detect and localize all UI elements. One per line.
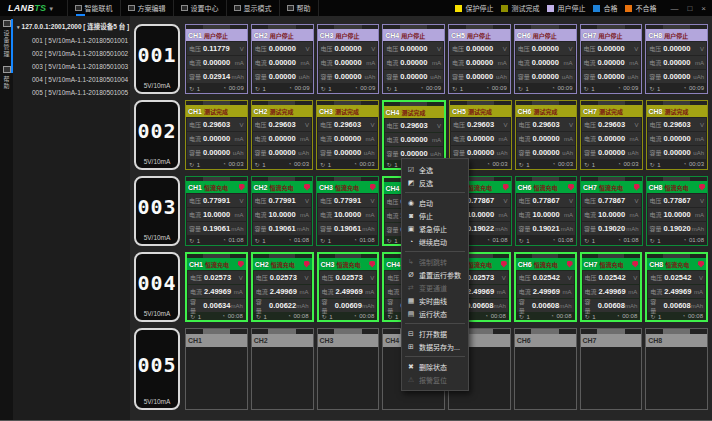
time-value: 00:03 — [491, 161, 508, 167]
channel-card-003-CH1[interactable]: CH1恒流充电电压0.77991V电流10.0000mA容量0.19061mAh… — [185, 176, 248, 246]
device-tile-003[interactable]: 0035V/10mA — [134, 176, 180, 246]
device-tile-001[interactable]: 0015V/10mA — [134, 24, 180, 94]
side-tab-device-manager[interactable]: 设备管理 — [2, 20, 11, 58]
device-tile-002[interactable]: 0025V/10mA — [134, 100, 180, 170]
context-menu-item-resume-start[interactable]: ◔继续启动 — [402, 235, 468, 248]
menu-item-1[interactable]: 智能联机 — [67, 0, 120, 16]
channel-card-003-CH6[interactable]: CH6恒流充电电压0.77867V电流10.0000mA容量0.19021mAh… — [515, 176, 578, 246]
channel-card-002-CH7[interactable]: CH7测试完成电压0.29603V电流0.00000mA容量0.00000uAh… — [580, 100, 643, 170]
current-unit: mA — [564, 212, 573, 218]
channel-status: 用户停止 — [467, 31, 491, 40]
current-label: 电流 — [519, 287, 531, 296]
channel-card-002-CH2[interactable]: CH2测试完成电压0.29603V电流0.00000mA容量0.00000uAh… — [251, 100, 314, 170]
current-label: 电流 — [584, 210, 596, 219]
channel-card-005-CH7[interactable]: CH7 — [580, 328, 643, 410]
tree-item-device-1[interactable]: 001 [ 5V/10mA-1.1-20180501001 ] — [17, 34, 130, 47]
current-row: 电流0.00000mA — [319, 56, 378, 69]
minimize-button[interactable]: — — [670, 4, 678, 13]
current-unit: mA — [695, 60, 704, 66]
protection-shield-icon — [699, 184, 705, 191]
channel-card-001-CH4[interactable]: CH4用户停止电压0.00000V电流0.00000mA容量0.00000uAh… — [382, 24, 445, 94]
voltage-label: 电压 — [585, 273, 597, 282]
channel-card-001-CH5[interactable]: CH5用户停止电压0.00000V电流0.00000mA容量0.00000uAh… — [448, 24, 511, 94]
tree-item-device-5[interactable]: 005 [ 5V/10mA-1.1-20180501005 ] — [17, 86, 130, 99]
voltage-value: 0.77867 — [533, 196, 569, 205]
channel-card-005-CH1[interactable]: CH1 — [185, 328, 248, 410]
channel-card-001-CH8[interactable]: CH8用户停止电压0.00000V电流0.00000mA容量0.00000uAh… — [645, 24, 708, 94]
context-menu-item-reset-run-params[interactable]: Ø重置运行参数 — [402, 268, 468, 281]
context-menu-item-realtime-curve[interactable]: ▦实时曲线 — [402, 294, 468, 307]
loop-value: 1 — [656, 162, 661, 168]
channel-card-005-CH2[interactable]: CH2 — [251, 328, 314, 410]
context-menu-item-stop[interactable]: ◙停止 — [402, 209, 468, 222]
channel-card-002-CH1[interactable]: CH1测试完成电压0.29603V电流0.00000mA容量0.00000uAh… — [185, 100, 248, 170]
context-menu-item-delete-status[interactable]: ✖删除状态 — [402, 360, 468, 373]
context-menu-item-emergency-stop[interactable]: ▣紧急停止 — [402, 222, 468, 235]
channel-card-001-CH6[interactable]: CH6用户停止电压0.00000V电流0.00000mA容量0.00000uAh… — [514, 24, 577, 94]
loop-icon: ↻ — [386, 86, 391, 92]
elapsed-time: ◔ 00:09 — [551, 85, 572, 91]
legend-label: 不合格 — [635, 3, 656, 13]
context-menu-item-open-data[interactable]: ⊟打开数据 — [402, 327, 468, 340]
channel-card-005-CH3[interactable]: CH3 — [317, 328, 380, 410]
close-button[interactable]: × — [701, 4, 706, 13]
tree-root-node[interactable]: ▾127.0.0.1:2001,2000 [ 连接设备5 台 ] — [17, 20, 130, 34]
channel-card-004-CH1[interactable]: CH1恒流充电电压0.02573V电流2.49969mA容量0.00634mAh… — [185, 252, 248, 322]
legend-item: 合格 — [593, 3, 617, 13]
context-menu-item-invert-select[interactable]: ◩反选 — [402, 176, 468, 189]
context-menu-item-run-status[interactable]: ▤运行状态 — [402, 307, 468, 320]
channel-card-002-CH8[interactable]: CH8测试完成电压0.29603V电流0.00000mA容量0.00000uAh… — [646, 100, 709, 170]
device-tile-004[interactable]: 0045V/10mA — [134, 252, 180, 322]
channel-card-001-CH2[interactable]: CH2用户停止电压0.00000V电流0.00000mA容量0.00000uAh… — [251, 24, 314, 94]
channel-card-005-CH6[interactable]: CH6 — [514, 328, 577, 410]
channel-name: CH1 — [188, 337, 202, 344]
channel-card-001-CH7[interactable]: CH7用户停止电压0.00000V电流0.00000mA容量0.00000uAh… — [580, 24, 643, 94]
channel-card-003-CH7[interactable]: CH7恒流充电电压0.77867V电流10.0000mA容量0.19020mAh… — [580, 176, 643, 246]
channel-card-004-CH6[interactable]: CH6恒流充电电压0.02542V电流2.49969mA容量0.00608mAh… — [514, 252, 577, 322]
menu-item-5[interactable]: 帮助 — [279, 0, 319, 16]
tree-item-device-4[interactable]: 004 [ 5V/10mA-1.1-20180501004 ] — [17, 73, 130, 86]
channel-card-004-CH2[interactable]: CH2恒流充电电压0.02573V电流2.49969mA容量0.00622mAh… — [251, 252, 314, 322]
logo-caret-icon[interactable]: ▼ — [48, 6, 54, 12]
current-unit: mA — [564, 60, 573, 66]
capacity-label: 容量 — [387, 225, 399, 234]
channel-card-001-CH3[interactable]: CH3用户停止电压0.00000V电流0.00000mA容量0.00000uAh… — [317, 24, 380, 94]
channel-card-003-CH3[interactable]: CH3恒流充电电压0.77991V电流10.0000mA容量0.19061mAh… — [316, 176, 379, 246]
current-unit: mA — [365, 289, 374, 295]
context-menu-item-start[interactable]: ◉启动 — [402, 196, 468, 209]
current-unit: mA — [563, 289, 572, 295]
channel-footer: ↻ 1◔ 00:08 — [582, 312, 641, 320]
menu-item-2[interactable]: 方案编辑 — [120, 0, 173, 16]
context-menu-item-select-all[interactable]: ☑全选 — [402, 163, 468, 176]
channel-card-004-CH3[interactable]: CH3恒流充电电压0.02573V电流2.49969mA容量0.00609mAh… — [317, 252, 380, 322]
voltage-unit: V — [305, 46, 309, 52]
tree-expand-icon[interactable]: ▾ — [17, 24, 20, 30]
channel-card-001-CH1[interactable]: CH1用户停止电压0.11779V电流0.00000mA容量0.02914mAh… — [185, 24, 248, 94]
tree-item-device-2[interactable]: 002 [ 5V/10mA-1.1-20180501002 ] — [17, 47, 130, 60]
channel-card-002-CH6[interactable]: CH6测试完成电压0.29603V电流0.00000mA容量0.00000uAh… — [515, 100, 578, 170]
current-value: 0.00000 — [400, 58, 432, 67]
current-row: 电流0.00000mA — [647, 56, 706, 69]
channel-card-003-CH8[interactable]: CH8恒流充电电压0.77867V电流10.0000mA容量0.19020mAh… — [646, 176, 709, 246]
tree-item-device-3[interactable]: 003 [ 5V/10mA-1.1-20180501003 ] — [17, 60, 130, 73]
channel-card-004-CH8[interactable]: CH8恒流充电电压0.02542V电流2.49969mA容量0.00608mAh… — [645, 252, 708, 322]
capacity-value: 0.00000 — [598, 148, 628, 157]
menu-item-4[interactable]: 显示模式 — [226, 0, 279, 16]
channel-card-003-CH2[interactable]: CH2恒流充电电压0.77991V电流10.0000mA容量0.19061mAh… — [251, 176, 314, 246]
voltage-value: 0.29603 — [269, 120, 305, 129]
loop-icon: ↻ — [255, 162, 260, 168]
context-menu-item-save-data-as[interactable]: ⊞数据另存为... — [402, 340, 468, 353]
channel-card-004-CH7[interactable]: CH7恒流充电电压0.02542V电流2.49969mA容量0.00608mAh… — [580, 252, 643, 322]
menu-item-3[interactable]: 设置中心 — [173, 0, 226, 16]
capacity-row: 容量0.00000uAh — [647, 70, 706, 83]
side-tab-help[interactable]: 帮助 — [2, 66, 11, 90]
capacity-row: 容量0.19020mAh — [648, 222, 707, 235]
elapsed-time: ◔ 00:09 — [420, 85, 441, 91]
channel-card-005-CH8[interactable]: CH8 — [645, 328, 708, 410]
channel-card-002-CH3[interactable]: CH3测试完成电压0.29603V电流0.00000mA容量0.00000uAh… — [316, 100, 379, 170]
capacity-row: 容量0.00608mAh — [517, 299, 574, 312]
current-value: 0.00000 — [664, 134, 695, 143]
current-row: 电流0.00000mA — [385, 133, 444, 146]
device-tile-005[interactable]: 0055V/10mA — [134, 328, 180, 410]
restore-button[interactable]: □ — [687, 4, 692, 13]
